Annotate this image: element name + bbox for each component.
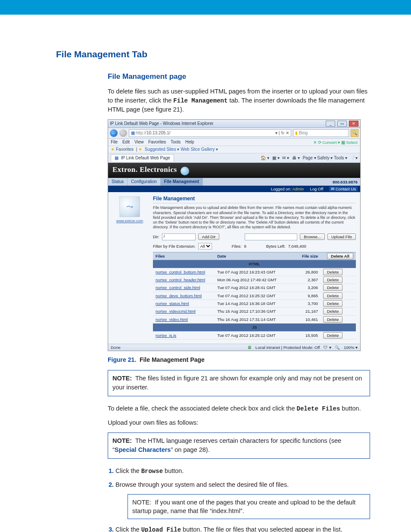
window-buttons: _ ▭ ✕ [325, 121, 358, 127]
nav-status[interactable]: Status [108, 178, 128, 186]
page-menu[interactable]: Page ▾ Safety ▾ Tools ▾ [302, 156, 347, 160]
file-table: Files Date File size Delete All HTMLnort… [153, 252, 356, 339]
table-row: nortxe_control_header.htmlMon 06 Aug 201… [153, 276, 356, 283]
file-link[interactable]: nortxe_videocmd.html [156, 309, 196, 314]
top-color-bar [0, 0, 411, 15]
close-button[interactable]: ✕ [349, 121, 358, 127]
search-button[interactable]: 🔍 [351, 129, 358, 137]
logged-label: Logged on: [271, 187, 293, 191]
del-b: Delete Files [296, 405, 340, 412]
fm-description: File Management allows you to upload and… [153, 205, 356, 230]
file-date: Tue 07 Aug 2012 16:28:41 GMT [215, 284, 287, 292]
col-date[interactable]: Date [215, 252, 287, 260]
menu-file[interactable]: File [111, 140, 118, 144]
delete-all-button[interactable]: Delete All [327, 253, 353, 259]
s3a: Click the [115, 526, 141, 532]
search-box[interactable]: ▮ Bing [293, 129, 349, 137]
delete-button[interactable]: Delete [323, 308, 342, 314]
add-dir-button[interactable]: Add Dir [198, 233, 220, 240]
extron-brand: Extron. Electronics [112, 165, 177, 174]
special-chars-link[interactable]: Special Characters [115, 446, 171, 453]
zoom-icon[interactable]: 🔍 100% ▾ [335, 345, 358, 350]
file-date: Tue 07 Aug 2012 16:25:12 GMT [215, 331, 287, 339]
menu-tools[interactable]: Tools [171, 140, 181, 144]
delete-button[interactable]: Delete [323, 284, 342, 291]
file-link[interactable]: nortxe_devp_bottom.html [156, 293, 202, 298]
upload-path-input[interactable] [245, 233, 297, 240]
nav-file-mgmt[interactable]: File Management [161, 178, 203, 186]
contact-label: Contact Us [336, 187, 356, 191]
group-row: JS [153, 324, 356, 331]
fav-items[interactable]: Suggested Sites ▾ Web Slice Gallery ▾ [145, 147, 218, 152]
menu-favorites[interactable]: Favorites [148, 140, 166, 144]
menu-view[interactable]: View [134, 140, 144, 144]
s2note-label: NOTE: [132, 499, 151, 506]
tab-tools: 🏠 ▾ ▦ ▾ ✉ ▾ 🖶 ▾ Page ▾ Safety ▾ Tools ▾ … [259, 156, 358, 161]
upload-steps: Click the Browse button. Browse through … [108, 467, 370, 532]
step-3: Click the Upload File button. The file o… [115, 525, 370, 532]
menu-help[interactable]: Help [185, 140, 194, 144]
browser-tab[interactable]: ▦ IP Link Default Web Page [111, 154, 174, 162]
address-row: ← → ▦ http://10.13.205.1/ ▾ | ↻ ✕ ▮ Bing… [108, 128, 360, 139]
url-prefix: http:// [136, 131, 146, 136]
menu-bar: File Edit View Favorites Tools Help ✕ ⟳ … [108, 139, 360, 146]
extron-url[interactable]: www.extron.com [108, 219, 151, 223]
s3b: Upload File [141, 526, 181, 532]
fav-label[interactable]: Favorites [116, 147, 134, 152]
file-link[interactable]: nortxe_js.js [156, 333, 176, 338]
status-zone: Local intranet | Protected Mode: Off [255, 345, 320, 350]
delete-button[interactable]: Delete [323, 300, 342, 307]
minimize-button[interactable]: _ [326, 121, 335, 127]
home-icon[interactable]: 🏠 ▾ [261, 156, 269, 160]
delete-button[interactable]: Delete [323, 269, 342, 275]
convert-icon: ⟳ [318, 140, 321, 145]
nav-config[interactable]: Configuration [128, 178, 160, 186]
page-icon: ▦ [131, 131, 135, 136]
col-files[interactable]: Files [153, 252, 215, 260]
dir-input[interactable]: / [162, 233, 196, 240]
maximize-button[interactable]: ▭ [337, 121, 347, 127]
back-button[interactable]: ← [110, 129, 118, 137]
group-row: HTML [153, 260, 356, 268]
delete-button[interactable]: Delete [323, 332, 342, 339]
file-link[interactable]: nortxe_video.html [156, 317, 188, 322]
col-size[interactable]: File size [287, 252, 321, 260]
step-1: Click the Browse button. [115, 467, 370, 476]
file-date: Tue 14 Aug 2012 16:36:18 GMT [215, 300, 287, 308]
file-link[interactable]: nortxe_control_header.html [156, 277, 205, 282]
print-icon[interactable]: 🖶 ▾ [292, 156, 300, 160]
select-link[interactable]: Select [346, 140, 358, 145]
bing-icon: ▮ [295, 131, 298, 136]
mail-icon[interactable]: ✉ ▾ [282, 156, 289, 160]
contact-link[interactable]: ✉ Contact Us [329, 187, 358, 191]
file-link[interactable]: nortxe_control_side.html [156, 285, 200, 290]
s1b: Browse [141, 468, 163, 475]
delete-button[interactable]: Delete [323, 316, 342, 323]
feed-icon[interactable]: ▦ ▾ [272, 156, 280, 160]
logged-user: Admin [292, 187, 304, 191]
fm-dir-row: Dir: / Add Dir Browse... Upload File [153, 233, 356, 240]
file-link[interactable]: nortxe_status.html [156, 301, 189, 306]
file-size: 3,206 [287, 284, 321, 292]
upload-file-button[interactable]: Upload File [327, 233, 356, 240]
filter-select[interactable]: All [198, 243, 212, 249]
delete-button[interactable]: Delete [323, 277, 342, 283]
status-right: 🖥 Local intranet | Protected Mode: Off 🛡… [245, 345, 358, 350]
menu-edit[interactable]: Edit [122, 140, 130, 144]
addr-arrows[interactable]: ▾ | ↻ ✕ [275, 131, 289, 136]
note-box-2: NOTE: The HTML language reserves certain… [108, 432, 370, 459]
help-icon[interactable]: ❔▾ [350, 156, 358, 160]
forward-button[interactable]: → [119, 129, 127, 137]
browse-button[interactable]: Browse... [300, 233, 325, 240]
file-size: 9,865 [287, 292, 321, 299]
fm-title: File Management [153, 196, 356, 203]
convert-link[interactable]: Convert [322, 140, 336, 145]
address-bar[interactable]: ▦ http://10.13.205.1/ ▾ | ↻ ✕ [129, 129, 291, 137]
delete-button[interactable]: Delete [323, 292, 342, 299]
note2-b: ” on page 28). [171, 446, 209, 453]
del-a: To delete a file, check the associated d… [108, 405, 296, 412]
file-link[interactable]: nortxe_control_bottom.html [156, 270, 205, 274]
protected-icon[interactable]: 🛡 ▾ [324, 345, 331, 350]
logoff-link[interactable]: Log Off [310, 187, 323, 191]
star-icon[interactable]: ★ [111, 147, 115, 152]
